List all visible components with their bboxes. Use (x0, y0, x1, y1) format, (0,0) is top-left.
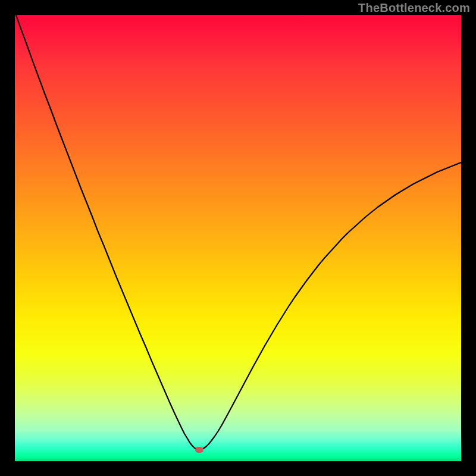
chart-frame: TheBottleneck.com (0, 0, 476, 476)
curve-svg (15, 15, 461, 461)
attribution-label: TheBottleneck.com (358, 1, 470, 15)
bottleneck-curve (15, 15, 461, 450)
min-marker (195, 447, 203, 453)
plot-area (15, 15, 461, 461)
